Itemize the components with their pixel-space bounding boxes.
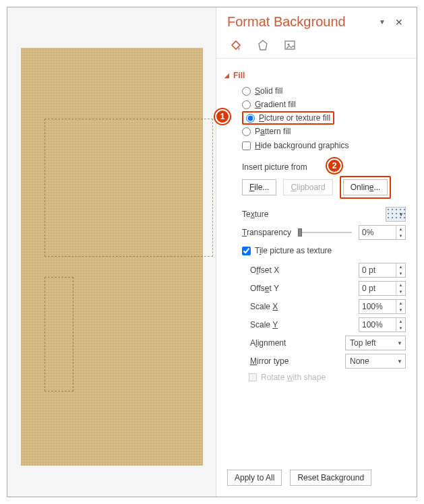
callout-1: 1 — [215, 109, 230, 124]
panel-options-chevron-icon[interactable]: ▼ — [379, 18, 386, 26]
category-tabs — [229, 38, 406, 53]
title-placeholder[interactable] — [44, 119, 213, 257]
format-background-panel: Format Background ▼ ✕ ◢ — [216, 7, 417, 497]
radio-solid-fill[interactable]: SSolid fillolid fill — [242, 84, 406, 98]
transparency-label: TransparencyTransparency — [242, 228, 291, 237]
rotate-with-shape-checkbox: Rotate with shapeRotate with shape — [249, 373, 406, 382]
radio-pattern-fill[interactable]: Pattern fillPattern fill — [242, 125, 406, 138]
texture-label: TextureTexture — [242, 210, 379, 219]
picture-tab-icon[interactable] — [282, 38, 297, 53]
slide-canvas — [21, 48, 203, 466]
mirror-type-select[interactable]: None▼ — [345, 354, 406, 369]
scale-x-input[interactable]: 100% ▲▼ — [359, 299, 406, 314]
scale-x-label: Scale XScale X — [250, 302, 352, 311]
mirror-type-label: Mirror typeMirror type — [250, 356, 338, 366]
spin-up-icon: ▲ — [396, 226, 405, 232]
fill-section-label: Fill — [233, 71, 245, 80]
radio-picture-texture-fill[interactable]: Picture or texture fillPicture or textur… — [246, 113, 330, 123]
alignment-select[interactable]: Top left▼ — [345, 336, 406, 350]
scale-y-label: Scale YScale Y — [250, 320, 352, 329]
slide-preview-area — [7, 7, 216, 497]
texture-picker[interactable]: ▼ — [386, 207, 406, 222]
scale-y-input[interactable]: 100% ▲▼ — [359, 317, 406, 332]
fill-section-header[interactable]: ◢ Fill — [224, 71, 406, 80]
window-frame: Format Background ▼ ✕ ◢ — [7, 7, 417, 497]
offset-y-label: Offset YOffset Y — [250, 284, 352, 293]
reset-background-button[interactable]: Reset Background — [290, 470, 371, 486]
offset-x-input[interactable]: 0 pt ▲▼ — [359, 263, 406, 278]
transparency-slider[interactable] — [298, 227, 352, 238]
body-placeholder[interactable] — [44, 277, 73, 391]
insert-picture-from-label: Insert picture from — [242, 162, 307, 172]
apply-to-all-button[interactable]: Apply to All — [227, 470, 282, 486]
transparency-input[interactable]: 0% ▲▼ — [359, 225, 406, 240]
radio-gradient-fill[interactable]: Gradient fillGradient fill — [242, 98, 406, 111]
insert-file-button[interactable]: FilFile...e... — [242, 179, 276, 195]
alignment-label: AlignmentAlignment — [250, 338, 338, 348]
offset-y-input[interactable]: 0 pt ▲▼ — [359, 281, 406, 296]
checkbox-hide-bg-graphics[interactable]: Hide background graphicsHide background … — [242, 138, 406, 154]
callout-2: 2 — [327, 158, 342, 173]
fill-tab-icon[interactable] — [229, 38, 243, 53]
spin-down-icon: ▼ — [396, 232, 405, 239]
panel-title: Format Background — [227, 14, 346, 30]
highlight-picture-fill: Picture or texture fillPicture or textur… — [242, 111, 334, 125]
close-icon[interactable]: ✕ — [392, 17, 406, 28]
highlight-online-button: Online...Online... — [340, 176, 392, 199]
collapse-triangle-icon: ◢ — [224, 72, 229, 79]
insert-clipboard-button: ClipboardClipboard — [283, 179, 332, 195]
checkbox-tile-picture[interactable]: Tile picture as textureTile picture as t… — [242, 243, 406, 259]
effects-tab-icon[interactable] — [255, 38, 270, 53]
offset-x-label: Offset XOffset X — [250, 265, 352, 275]
svg-point-1 — [288, 44, 290, 46]
insert-online-button[interactable]: Online...Online... — [343, 179, 388, 195]
